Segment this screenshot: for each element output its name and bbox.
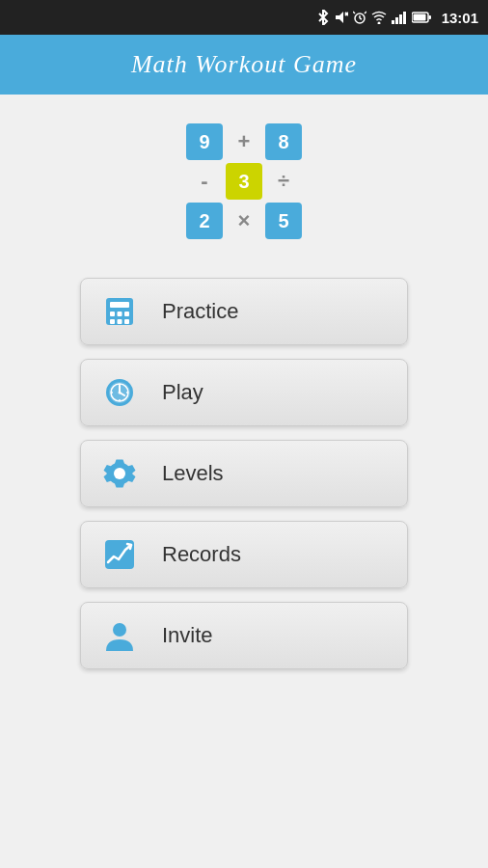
play-button[interactable]: Play bbox=[80, 359, 408, 426]
battery-icon bbox=[412, 12, 431, 23]
play-label: Play bbox=[162, 380, 203, 405]
svg-line-7 bbox=[365, 12, 366, 14]
svg-rect-9 bbox=[392, 20, 394, 24]
svg-rect-23 bbox=[124, 319, 129, 324]
svg-line-5 bbox=[360, 18, 362, 19]
menu-buttons: Practice Play bbox=[80, 278, 408, 669]
person-icon bbox=[100, 616, 139, 655]
grid-cell-6: ÷ bbox=[265, 163, 302, 200]
svg-rect-18 bbox=[110, 312, 115, 316]
grid-cell-8: × bbox=[226, 203, 262, 239]
practice-button[interactable]: Practice bbox=[80, 278, 408, 345]
grid-cell-3: 8 bbox=[265, 123, 302, 160]
status-time: 13:01 bbox=[442, 10, 478, 26]
invite-button[interactable]: Invite bbox=[80, 602, 408, 669]
svg-rect-17 bbox=[110, 302, 129, 308]
records-button[interactable]: Records bbox=[80, 521, 408, 588]
chart-icon bbox=[100, 535, 139, 574]
grid-cell-1: 9 bbox=[186, 123, 223, 160]
bluetooth-icon bbox=[316, 10, 330, 25]
signal-icon bbox=[392, 11, 407, 24]
svg-line-6 bbox=[353, 12, 355, 14]
svg-point-29 bbox=[119, 392, 122, 394]
grid-cell-4: - bbox=[186, 163, 223, 200]
grid-cell-5: 3 bbox=[226, 163, 262, 200]
svg-rect-14 bbox=[428, 15, 431, 19]
status-bar: 13:01 bbox=[0, 0, 488, 35]
svg-rect-10 bbox=[395, 17, 398, 24]
svg-rect-22 bbox=[118, 319, 122, 324]
svg-rect-11 bbox=[399, 14, 402, 24]
app-header: Math Workout Game bbox=[0, 35, 488, 95]
svg-rect-15 bbox=[413, 14, 425, 21]
svg-point-34 bbox=[114, 468, 125, 479]
math-grid: 9 + 8 - 3 ÷ 2 × 5 bbox=[186, 123, 302, 239]
grid-cell-2: + bbox=[226, 123, 262, 160]
mute-icon bbox=[335, 11, 348, 24]
status-icons: 13:01 bbox=[316, 10, 478, 26]
calculator-icon bbox=[100, 292, 139, 331]
invite-label: Invite bbox=[162, 623, 213, 648]
svg-marker-0 bbox=[336, 12, 343, 23]
grid-cell-7: 2 bbox=[186, 203, 223, 239]
svg-point-8 bbox=[377, 22, 380, 25]
clock-icon bbox=[100, 373, 139, 412]
svg-rect-21 bbox=[110, 319, 115, 324]
gear-icon bbox=[100, 454, 139, 493]
svg-rect-12 bbox=[403, 12, 406, 24]
practice-label: Practice bbox=[162, 299, 238, 324]
app-title: Math Workout Game bbox=[131, 50, 357, 79]
levels-button[interactable]: Levels bbox=[80, 440, 408, 507]
records-label: Records bbox=[162, 542, 241, 567]
svg-rect-20 bbox=[124, 312, 129, 316]
wifi-icon bbox=[371, 11, 387, 24]
grid-cell-9: 5 bbox=[265, 203, 302, 239]
levels-label: Levels bbox=[162, 461, 224, 486]
svg-rect-19 bbox=[118, 312, 122, 316]
main-content: 9 + 8 - 3 ÷ 2 × 5 bbox=[0, 95, 488, 868]
alarm-icon bbox=[353, 11, 366, 24]
svg-point-36 bbox=[113, 623, 126, 637]
